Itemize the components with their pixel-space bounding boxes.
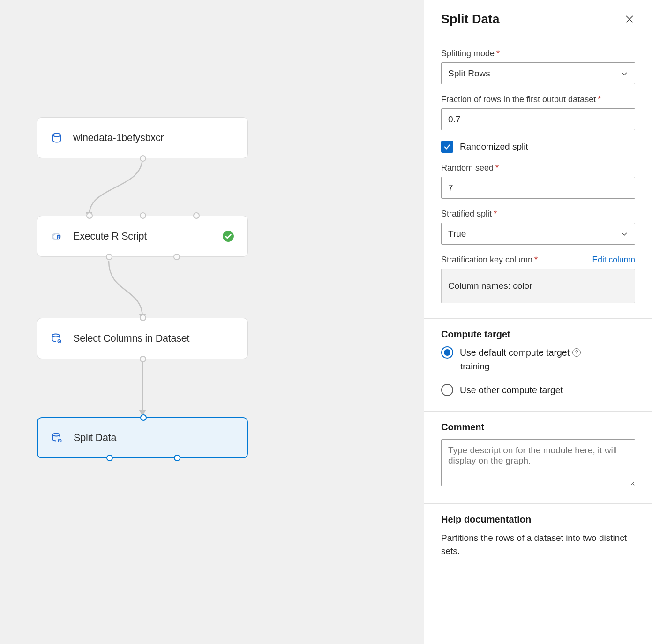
- node-label: Select Columns in Dataset: [73, 333, 189, 344]
- node-select-columns[interactable]: Select Columns in Dataset: [37, 318, 248, 359]
- input-port[interactable]: [86, 212, 93, 219]
- splitting-mode-select[interactable]: Split Rows: [441, 62, 635, 84]
- strat-key-value: Column names: color: [441, 269, 635, 303]
- output-port[interactable]: [140, 155, 146, 162]
- input-port[interactable]: [140, 414, 147, 421]
- properties-panel: Split Data Splitting mode* Split Rows Fr…: [424, 0, 652, 644]
- close-icon[interactable]: [625, 15, 635, 25]
- svg-point-0: [53, 134, 60, 137]
- compute-target-section: Compute target Use default compute targe…: [424, 319, 652, 412]
- dataset-gear-icon: [51, 432, 63, 444]
- output-port[interactable]: [106, 455, 113, 461]
- splitting-mode-label: Splitting mode*: [441, 49, 635, 59]
- randomized-split-checkbox[interactable]: Randomized split: [441, 141, 635, 153]
- r-icon: [51, 230, 63, 242]
- radio-default-compute[interactable]: Use default compute target ?: [441, 346, 635, 359]
- comment-heading: Comment: [441, 422, 635, 433]
- pipeline-canvas[interactable]: winedata-1befysbxcr Execute R Script: [0, 0, 424, 644]
- output-port[interactable]: [174, 455, 180, 461]
- fraction-input[interactable]: [441, 108, 635, 130]
- svg-point-9: [60, 440, 60, 441]
- input-port[interactable]: [140, 212, 146, 219]
- svg-point-4: [52, 334, 60, 337]
- help-text: Partitions the rows of a dataset into tw…: [441, 532, 635, 557]
- node-label: Split Data: [74, 432, 116, 444]
- node-split-data[interactable]: Split Data: [37, 417, 248, 458]
- node-execute-r-script[interactable]: Execute R Script: [37, 216, 248, 257]
- parameters-section: Splitting mode* Split Rows Fraction of r…: [424, 38, 652, 319]
- svg-point-7: [53, 434, 60, 436]
- stratified-select[interactable]: True: [441, 223, 635, 245]
- input-port[interactable]: [193, 212, 200, 219]
- help-section: Help documentation Partitions the rows o…: [424, 504, 652, 572]
- panel-title: Split Data: [441, 12, 625, 27]
- chevron-down-icon: [621, 70, 628, 77]
- node-dataset[interactable]: winedata-1befysbxcr: [37, 117, 248, 158]
- check-icon: [441, 141, 453, 153]
- comment-textarea[interactable]: [441, 439, 635, 486]
- output-port[interactable]: [106, 254, 112, 260]
- panel-header: Split Data: [424, 0, 652, 38]
- seed-input[interactable]: [441, 177, 635, 199]
- seed-label: Random seed*: [441, 163, 635, 173]
- strat-key-label: Stratification key column* Edit column: [441, 255, 635, 265]
- node-label: winedata-1befysbxcr: [73, 132, 164, 144]
- edit-column-link[interactable]: Edit column: [592, 255, 635, 265]
- output-port[interactable]: [173, 254, 180, 260]
- input-port[interactable]: [140, 315, 146, 321]
- svg-point-6: [59, 341, 60, 342]
- help-heading: Help documentation: [441, 514, 635, 525]
- node-label: Execute R Script: [73, 231, 147, 242]
- dataset-gear-icon: [51, 332, 63, 344]
- comment-section: Comment: [424, 412, 652, 504]
- chevron-down-icon: [621, 230, 628, 238]
- info-icon[interactable]: ?: [572, 348, 581, 357]
- default-compute-value: training: [460, 361, 635, 372]
- compute-target-heading: Compute target: [441, 329, 635, 340]
- output-port[interactable]: [140, 356, 146, 362]
- success-icon: [222, 230, 234, 242]
- stratified-label: Stratified split*: [441, 209, 635, 219]
- fraction-label: Fraction of rows in the first output dat…: [441, 95, 635, 105]
- radio-other-compute[interactable]: Use other compute target: [441, 384, 635, 396]
- database-icon: [51, 132, 63, 144]
